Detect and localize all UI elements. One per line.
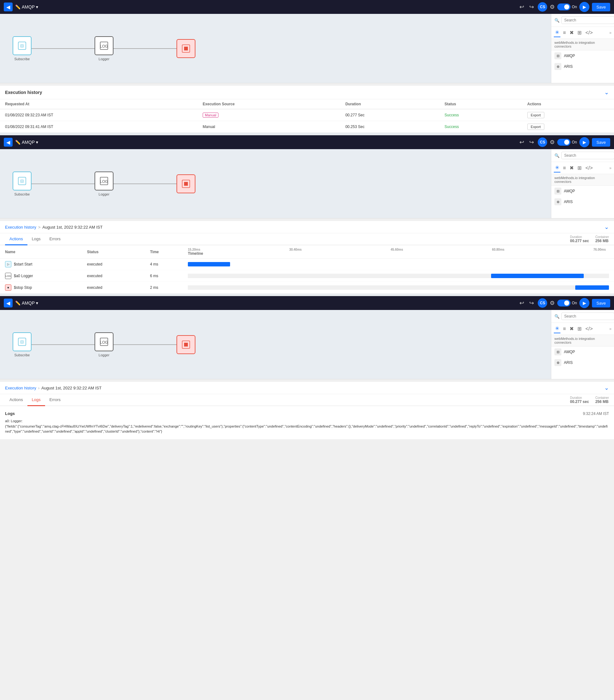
node-subscribe-3[interactable]: ⊟ Subscribe [13, 332, 31, 357]
rp-tab-tools-1[interactable]: ✖ [568, 28, 575, 37]
gear-icon-3[interactable]: ⚙ [550, 300, 555, 307]
rp-tab-connectors-3[interactable]: ✳ [554, 324, 560, 333]
node-box-stop-1 [177, 39, 195, 58]
cell-actions-1-1: Export [522, 109, 614, 121]
node-label-subscribe-3: Subscribe [14, 353, 30, 357]
back-button-2[interactable]: ◀ [4, 138, 13, 147]
node-label-subscribe-2: Subscribe [14, 192, 30, 196]
undo-button-3[interactable]: ↩ [518, 298, 525, 308]
play-button-2[interactable]: ▶ [579, 137, 589, 147]
node-label-logger-2: Logger [99, 192, 110, 196]
tab-actions-1[interactable]: Actions [5, 233, 27, 245]
rp-tab-tools-2[interactable]: ✖ [568, 164, 575, 172]
undo-button-1[interactable]: ↩ [518, 2, 525, 12]
amqp-icon-1: ⊟ [554, 52, 561, 59]
rp-item-amqp-1[interactable]: ⊟ AMQP [551, 50, 614, 61]
title-caret-3[interactable]: ▾ [36, 300, 38, 305]
play-button-3[interactable]: ▶ [579, 298, 589, 308]
tab-errors-1[interactable]: Errors [45, 233, 65, 245]
search-input-3[interactable] [561, 312, 614, 320]
rp-expand-3[interactable]: » [609, 327, 612, 331]
breadcrumb-collapse-2[interactable]: ⌄ [604, 384, 609, 391]
cell-status-1-1: Success [439, 109, 522, 121]
search-icon-1: 🔍 [554, 18, 560, 23]
rp-item-aris-2[interactable]: ⊛ ARIS [551, 197, 614, 207]
stop-label-1: $stop Stop [14, 285, 32, 290]
toggle-label-1: On [572, 5, 577, 9]
rp-tab-connectors-2[interactable]: ✳ [554, 163, 560, 173]
title-text-2: AMQP [22, 140, 35, 145]
rp-tabs-2: ✳ ≡ ✖ ⊞ </> » [551, 162, 614, 174]
rp-item-aris-3[interactable]: ⊛ ARIS [551, 357, 614, 368]
save-button-1[interactable]: Save [592, 3, 610, 11]
redo-button-3[interactable]: ↪ [528, 298, 535, 308]
export-button-1-1[interactable]: Export [527, 112, 544, 118]
node-logger-2[interactable]: LOG Logger [94, 172, 114, 196]
gear-icon-2[interactable]: ⚙ [550, 139, 555, 146]
rp-tab-list-2[interactable]: ≡ [562, 164, 567, 172]
node-logger-1[interactable]: LOG Logger [94, 36, 114, 61]
title-text-3: AMQP [22, 300, 35, 305]
log-a0-content: {"fields":{"consumerTag":"amq.ctag-cFHWa… [5, 424, 609, 434]
search-input-2[interactable] [561, 152, 614, 159]
back-button-3[interactable]: ◀ [4, 299, 13, 308]
logs-title-1: Logs [5, 411, 15, 416]
node-stop-3[interactable] [177, 335, 195, 354]
flow-title-1: ✏️ AMQP ▾ [15, 4, 38, 10]
tab-logs-1[interactable]: Logs [27, 233, 45, 245]
breadcrumb-link-2[interactable]: Execution history [5, 386, 36, 390]
rp-tab-grid-3[interactable]: ⊞ [576, 324, 583, 333]
tab-actions-2[interactable]: Actions [5, 394, 27, 406]
rp-tab-grid-2[interactable]: ⊞ [576, 164, 583, 172]
rp-expand-2[interactable]: » [609, 166, 612, 170]
save-button-3[interactable]: Save [592, 299, 610, 308]
export-button-1-2[interactable]: Export [527, 124, 544, 130]
table-row: LOG $a0 Logger executed 6 ms [0, 270, 614, 282]
node-subscribe-1[interactable]: ⊟ Subscribe [13, 36, 31, 61]
start-timeline-bar-1 [188, 262, 609, 266]
tab-logs-2[interactable]: Logs [27, 394, 45, 406]
col-status-1: Status [439, 99, 522, 109]
rp-tab-connectors-1[interactable]: ✳ [554, 28, 560, 37]
col-time-1: Time [145, 245, 183, 259]
rp-tab-list-3[interactable]: ≡ [562, 325, 567, 333]
svg-text:LOG: LOG [100, 179, 108, 184]
rp-section-title-1: webMethods.io integration connectors [551, 39, 614, 50]
node-stop-1[interactable] [177, 39, 195, 58]
tick-5: 76.00ms [593, 248, 606, 251]
node-logger-3[interactable]: LOG Logger [94, 332, 114, 357]
search-input-1[interactable] [561, 16, 614, 24]
save-button-2[interactable]: Save [592, 138, 610, 147]
breadcrumb-collapse-1[interactable]: ⌄ [604, 224, 609, 230]
rp-tab-code-2[interactable]: </> [584, 164, 594, 172]
svg-text:LOG: LOG [100, 44, 108, 49]
redo-button-2[interactable]: ↪ [528, 137, 535, 147]
rp-tab-grid-1[interactable]: ⊞ [576, 28, 583, 37]
play-button-1[interactable]: ▶ [579, 2, 589, 12]
amqp-icon-2: ⊟ [554, 188, 561, 195]
node-subscribe-2[interactable]: ⊟ Subscribe [13, 172, 31, 196]
logger-label-1: $a0 Logger [14, 274, 33, 278]
tab-errors-2[interactable]: Errors [45, 394, 65, 406]
gear-icon-1[interactable]: ⚙ [550, 3, 555, 10]
node-stop-2[interactable] [177, 174, 195, 193]
rp-tab-code-3[interactable]: </> [584, 325, 594, 333]
edit-icon-1: ✏️ [15, 4, 21, 10]
rp-item-amqp-3[interactable]: ⊟ AMQP [551, 347, 614, 357]
redo-button-1[interactable]: ↪ [528, 2, 535, 12]
rp-item-amqp-2[interactable]: ⊟ AMQP [551, 186, 614, 197]
rp-expand-1[interactable]: » [609, 30, 612, 35]
stop-status-1: executed [82, 282, 145, 293]
title-caret-2[interactable]: ▾ [36, 140, 38, 145]
rp-tab-code-1[interactable]: </> [584, 29, 594, 37]
rp-tab-list-1[interactable]: ≡ [562, 29, 567, 37]
exec-history-toggle-1[interactable]: ⌄ [604, 89, 609, 96]
rp-item-aris-1[interactable]: ⊛ ARIS [551, 61, 614, 72]
undo-button-2[interactable]: ↩ [518, 137, 525, 147]
rp-tab-tools-3[interactable]: ✖ [568, 324, 575, 333]
breadcrumb-sep-2: › [38, 386, 39, 390]
breadcrumb-link-1[interactable]: Execution history [5, 225, 36, 229]
toggle-container-1: On [557, 3, 577, 10]
back-button-1[interactable]: ◀ [4, 2, 13, 11]
title-caret-1[interactable]: ▾ [36, 4, 38, 10]
